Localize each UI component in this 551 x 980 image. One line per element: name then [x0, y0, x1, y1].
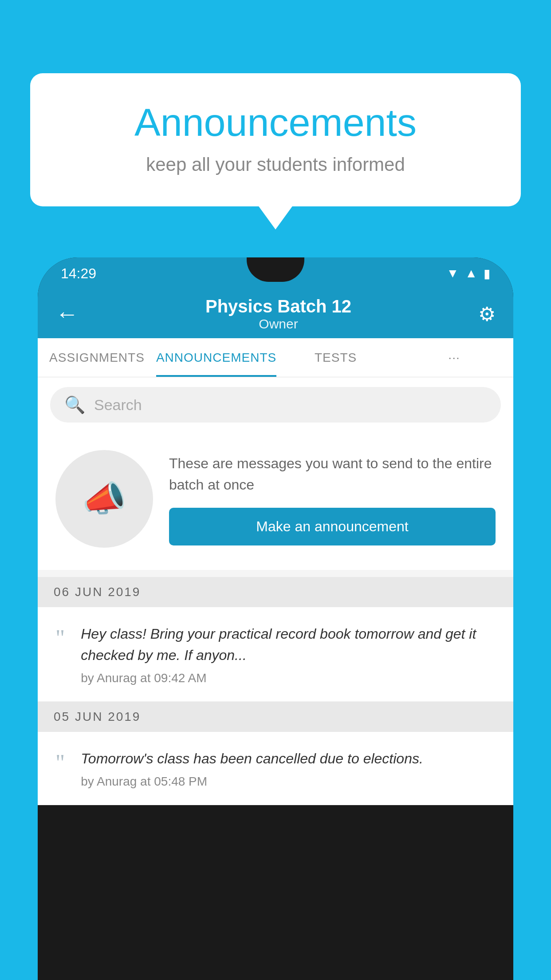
- announcement-promo: 📣 These are messages you want to send to…: [38, 432, 513, 570]
- tab-more[interactable]: ···: [395, 338, 513, 377]
- tab-tests[interactable]: TESTS: [276, 338, 395, 377]
- announcement-message-1: Hey class! Bring your practical record b…: [81, 623, 496, 666]
- search-placeholder: Search: [94, 396, 142, 414]
- tab-bar: ASSIGNMENTS ANNOUNCEMENTS TESTS ···: [38, 338, 513, 377]
- status-bar: 14:29 ▼ ▲ ▮: [38, 257, 513, 289]
- back-button[interactable]: ←: [55, 300, 79, 327]
- announcement-content-1: Hey class! Bring your practical record b…: [81, 623, 496, 685]
- wifi-icon: ▼: [447, 266, 459, 281]
- battery-icon: ▮: [484, 266, 490, 281]
- speech-bubble: Announcements keep all your students inf…: [30, 73, 521, 206]
- tab-announcements[interactable]: ANNOUNCEMENTS: [156, 338, 276, 377]
- search-bar[interactable]: 🔍 Search: [50, 387, 501, 423]
- notch: [247, 257, 304, 282]
- make-announcement-button[interactable]: Make an announcement: [169, 508, 496, 545]
- promo-content: These are messages you want to send to t…: [169, 453, 496, 545]
- speech-bubble-subtitle: keep all your students informed: [66, 154, 485, 175]
- announcement-item-2[interactable]: " Tomorrow's class has been cancelled du…: [38, 732, 513, 805]
- quote-icon-2: ": [55, 751, 65, 775]
- speech-bubble-container: Announcements keep all your students inf…: [30, 73, 521, 206]
- announcement-meta-1: by Anurag at 09:42 AM: [81, 671, 496, 685]
- app-bar-title: Physics Batch 12: [79, 296, 478, 316]
- promo-icon-circle: 📣: [55, 450, 153, 548]
- speech-bubble-title: Announcements: [66, 100, 485, 145]
- status-time: 14:29: [61, 265, 96, 282]
- app-bar-title-group: Physics Batch 12 Owner: [79, 296, 478, 332]
- app-bar: ← Physics Batch 12 Owner ⚙: [38, 289, 513, 338]
- date-separator-2: 05 JUN 2019: [38, 702, 513, 732]
- signal-icon: ▲: [465, 266, 477, 281]
- quote-icon-1: ": [55, 627, 65, 650]
- date-separator-1: 06 JUN 2019: [38, 577, 513, 607]
- tab-assignments[interactable]: ASSIGNMENTS: [38, 338, 156, 377]
- status-icons: ▼ ▲ ▮: [447, 266, 490, 281]
- search-bar-wrapper: 🔍 Search: [38, 377, 513, 432]
- announcement-message-2: Tomorrow's class has been cancelled due …: [81, 748, 496, 769]
- announcement-meta-2: by Anurag at 05:48 PM: [81, 775, 496, 789]
- announcement-item-1[interactable]: " Hey class! Bring your practical record…: [38, 607, 513, 702]
- phone-wrapper: 14:29 ▼ ▲ ▮ ← Physics Batch 12 Owner ⚙ A…: [38, 257, 513, 980]
- megaphone-icon: 📣: [82, 478, 126, 520]
- announcement-content-2: Tomorrow's class has been cancelled due …: [81, 748, 496, 789]
- search-icon: 🔍: [64, 395, 85, 415]
- promo-description: These are messages you want to send to t…: [169, 453, 496, 495]
- content-area: 🔍 Search 📣 These are messages you want t…: [38, 377, 513, 805]
- app-bar-subtitle: Owner: [79, 316, 478, 332]
- settings-icon[interactable]: ⚙: [478, 303, 496, 325]
- phone-outer: 14:29 ▼ ▲ ▮ ← Physics Batch 12 Owner ⚙ A…: [38, 257, 513, 980]
